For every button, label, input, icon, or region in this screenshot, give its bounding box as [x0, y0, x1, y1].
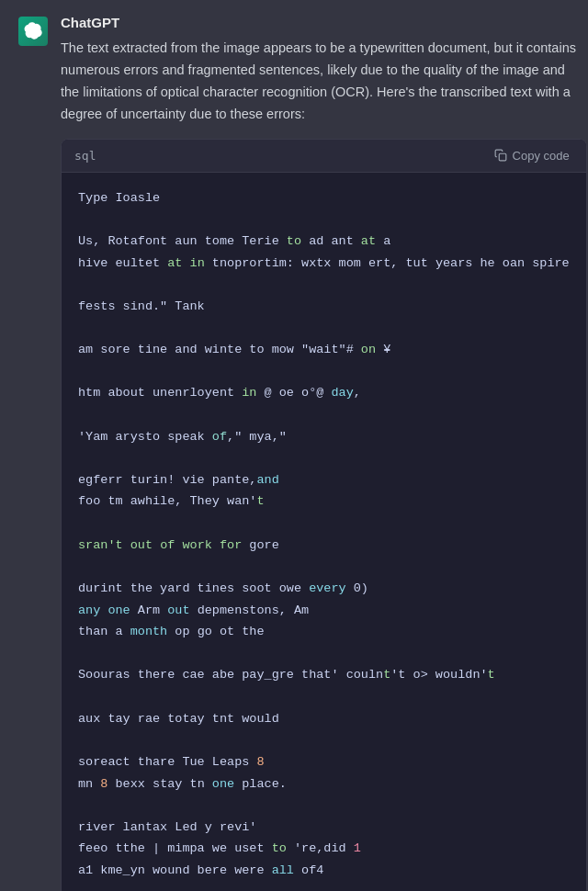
code-block-header: sql Copy code	[62, 140, 586, 173]
sender-label: ChatGPT	[61, 15, 587, 30]
chatgpt-message: ChatGPT The text extracted from the imag…	[18, 15, 570, 891]
code-language-label: sql	[74, 149, 96, 163]
intro-paragraph: The text extracted from the image appear…	[61, 38, 587, 126]
svg-rect-0	[499, 153, 506, 161]
message-body: ChatGPT The text extracted from the imag…	[61, 15, 587, 891]
chatgpt-avatar	[18, 17, 48, 46]
copy-code-button[interactable]: Copy code	[491, 147, 573, 164]
copy-icon	[494, 149, 507, 162]
code-block: sql Copy code Type Ioasle Us, Rotafont a…	[61, 139, 587, 891]
code-text: Type Ioasle Us, Rotafont aun tome Terie …	[62, 173, 586, 891]
